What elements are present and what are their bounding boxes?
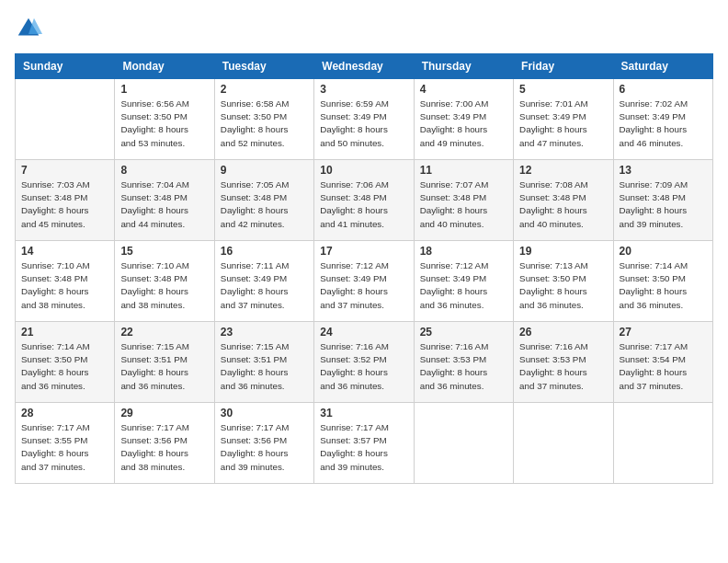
calendar-cell: 3Sunrise: 6:59 AMSunset: 3:49 PMDaylight… [314, 79, 414, 160]
day-number: 31 [320, 407, 407, 419]
calendar-week-row: 7Sunrise: 7:03 AMSunset: 3:48 PMDaylight… [16, 160, 713, 241]
day-info: Sunrise: 7:14 AMSunset: 3:50 PMDaylight:… [620, 259, 707, 312]
day-number: 1 [120, 83, 208, 96]
day-info: Sunrise: 7:11 AMSunset: 3:49 PMDaylight:… [221, 259, 308, 312]
day-info: Sunrise: 7:15 AMSunset: 3:51 PMDaylight:… [221, 340, 308, 393]
day-number: 24 [320, 326, 407, 339]
day-number: 27 [620, 326, 707, 339]
day-info: Sunrise: 7:00 AMSunset: 3:49 PMDaylight:… [420, 98, 507, 150]
day-info: Sunrise: 6:58 AMSunset: 3:50 PMDaylight:… [221, 98, 308, 150]
day-number: 10 [320, 164, 407, 177]
calendar-week-row: 21Sunrise: 7:14 AMSunset: 3:50 PMDayligh… [16, 322, 713, 403]
day-info: Sunrise: 7:05 AMSunset: 3:48 PMDaylight:… [221, 178, 308, 231]
day-of-week-header: Friday [514, 54, 613, 79]
calendar-week-row: 1Sunrise: 6:56 AMSunset: 3:50 PMDaylight… [16, 79, 713, 160]
day-number: 20 [620, 245, 707, 258]
day-of-week-header: Saturday [613, 54, 712, 79]
day-number: 25 [420, 326, 507, 339]
calendar-cell: 30Sunrise: 7:17 AMSunset: 3:56 PMDayligh… [214, 403, 313, 484]
calendar-cell: 5Sunrise: 7:01 AMSunset: 3:49 PMDaylight… [514, 79, 613, 160]
calendar-cell: 24Sunrise: 7:16 AMSunset: 3:52 PMDayligh… [314, 322, 414, 403]
logo-icon [15, 15, 42, 42]
day-number: 5 [519, 83, 607, 96]
calendar-cell: 11Sunrise: 7:07 AMSunset: 3:48 PMDayligh… [414, 160, 513, 241]
day-info: Sunrise: 7:08 AMSunset: 3:48 PMDaylight:… [519, 178, 607, 231]
day-info: Sunrise: 7:13 AMSunset: 3:50 PMDaylight:… [519, 259, 607, 312]
day-number: 11 [420, 164, 507, 177]
calendar-cell: 27Sunrise: 7:17 AMSunset: 3:54 PMDayligh… [613, 322, 712, 403]
calendar-cell [514, 403, 613, 484]
calendar-cell: 23Sunrise: 7:15 AMSunset: 3:51 PMDayligh… [214, 322, 313, 403]
day-info: Sunrise: 7:17 AMSunset: 3:55 PMDaylight:… [21, 421, 108, 474]
calendar-cell [16, 79, 115, 160]
day-info: Sunrise: 7:15 AMSunset: 3:51 PMDaylight:… [120, 340, 208, 393]
day-number: 12 [519, 164, 607, 177]
calendar-cell: 12Sunrise: 7:08 AMSunset: 3:48 PMDayligh… [514, 160, 613, 241]
day-info: Sunrise: 6:56 AMSunset: 3:50 PMDaylight:… [120, 98, 208, 150]
calendar-cell [613, 403, 712, 484]
calendar-cell: 29Sunrise: 7:17 AMSunset: 3:56 PMDayligh… [115, 403, 214, 484]
day-of-week-header: Tuesday [214, 54, 313, 79]
day-number: 29 [120, 407, 208, 419]
calendar-cell: 26Sunrise: 7:16 AMSunset: 3:53 PMDayligh… [514, 322, 613, 403]
calendar-cell: 4Sunrise: 7:00 AMSunset: 3:49 PMDaylight… [414, 79, 513, 160]
calendar-cell: 9Sunrise: 7:05 AMSunset: 3:48 PMDaylight… [214, 160, 313, 241]
day-info: Sunrise: 7:16 AMSunset: 3:52 PMDaylight:… [320, 340, 407, 393]
calendar-cell: 8Sunrise: 7:04 AMSunset: 3:48 PMDaylight… [115, 160, 214, 241]
day-number: 8 [120, 164, 208, 177]
calendar-header-row: SundayMondayTuesdayWednesdayThursdayFrid… [16, 54, 713, 79]
calendar-cell: 1Sunrise: 6:56 AMSunset: 3:50 PMDaylight… [115, 79, 214, 160]
day-number: 9 [221, 164, 308, 177]
day-info: Sunrise: 7:09 AMSunset: 3:48 PMDaylight:… [620, 178, 707, 231]
day-number: 13 [620, 164, 707, 177]
calendar-cell: 31Sunrise: 7:17 AMSunset: 3:57 PMDayligh… [314, 403, 414, 484]
day-number: 21 [21, 326, 108, 339]
day-of-week-header: Sunday [16, 54, 115, 79]
day-number: 19 [519, 245, 607, 258]
calendar-cell: 15Sunrise: 7:10 AMSunset: 3:48 PMDayligh… [115, 241, 214, 322]
calendar-cell: 28Sunrise: 7:17 AMSunset: 3:55 PMDayligh… [16, 403, 115, 484]
calendar-cell: 2Sunrise: 6:58 AMSunset: 3:50 PMDaylight… [214, 79, 313, 160]
day-number: 3 [320, 83, 407, 96]
day-of-week-header: Thursday [414, 54, 513, 79]
calendar-cell: 17Sunrise: 7:12 AMSunset: 3:49 PMDayligh… [314, 241, 414, 322]
day-number: 4 [420, 83, 507, 96]
day-number: 14 [21, 245, 108, 258]
day-number: 22 [120, 326, 208, 339]
calendar-cell: 19Sunrise: 7:13 AMSunset: 3:50 PMDayligh… [514, 241, 613, 322]
logo [15, 15, 46, 42]
day-info: Sunrise: 7:17 AMSunset: 3:54 PMDaylight:… [620, 340, 707, 393]
day-number: 18 [420, 245, 507, 258]
day-info: Sunrise: 7:02 AMSunset: 3:49 PMDaylight:… [620, 98, 707, 150]
day-number: 26 [519, 326, 607, 339]
day-number: 7 [21, 164, 108, 177]
calendar-cell: 22Sunrise: 7:15 AMSunset: 3:51 PMDayligh… [115, 322, 214, 403]
day-info: Sunrise: 7:12 AMSunset: 3:49 PMDaylight:… [420, 259, 507, 312]
calendar-cell: 10Sunrise: 7:06 AMSunset: 3:48 PMDayligh… [314, 160, 414, 241]
day-info: Sunrise: 6:59 AMSunset: 3:49 PMDaylight:… [320, 98, 407, 150]
calendar-cell: 18Sunrise: 7:12 AMSunset: 3:49 PMDayligh… [414, 241, 513, 322]
day-number: 16 [221, 245, 308, 258]
day-number: 28 [21, 407, 108, 419]
day-info: Sunrise: 7:10 AMSunset: 3:48 PMDaylight:… [21, 259, 108, 312]
day-number: 2 [221, 83, 308, 96]
calendar-cell: 13Sunrise: 7:09 AMSunset: 3:48 PMDayligh… [613, 160, 712, 241]
day-info: Sunrise: 7:03 AMSunset: 3:48 PMDaylight:… [21, 178, 108, 231]
calendar-cell: 20Sunrise: 7:14 AMSunset: 3:50 PMDayligh… [613, 241, 712, 322]
day-info: Sunrise: 7:16 AMSunset: 3:53 PMDaylight:… [420, 340, 507, 393]
calendar-cell: 16Sunrise: 7:11 AMSunset: 3:49 PMDayligh… [214, 241, 313, 322]
day-of-week-header: Wednesday [314, 54, 414, 79]
day-info: Sunrise: 7:16 AMSunset: 3:53 PMDaylight:… [519, 340, 607, 393]
calendar-cell: 25Sunrise: 7:16 AMSunset: 3:53 PMDayligh… [414, 322, 513, 403]
calendar-week-row: 28Sunrise: 7:17 AMSunset: 3:55 PMDayligh… [16, 403, 713, 484]
calendar-table: SundayMondayTuesdayWednesdayThursdayFrid… [15, 53, 713, 484]
day-info: Sunrise: 7:07 AMSunset: 3:48 PMDaylight:… [420, 178, 507, 231]
day-number: 15 [120, 245, 208, 258]
calendar-cell: 14Sunrise: 7:10 AMSunset: 3:48 PMDayligh… [16, 241, 115, 322]
day-info: Sunrise: 7:12 AMSunset: 3:49 PMDaylight:… [320, 259, 407, 312]
day-number: 17 [320, 245, 407, 258]
day-info: Sunrise: 7:17 AMSunset: 3:57 PMDaylight:… [320, 421, 407, 474]
day-info: Sunrise: 7:17 AMSunset: 3:56 PMDaylight:… [221, 421, 308, 474]
day-info: Sunrise: 7:04 AMSunset: 3:48 PMDaylight:… [120, 178, 208, 231]
day-of-week-header: Monday [115, 54, 214, 79]
